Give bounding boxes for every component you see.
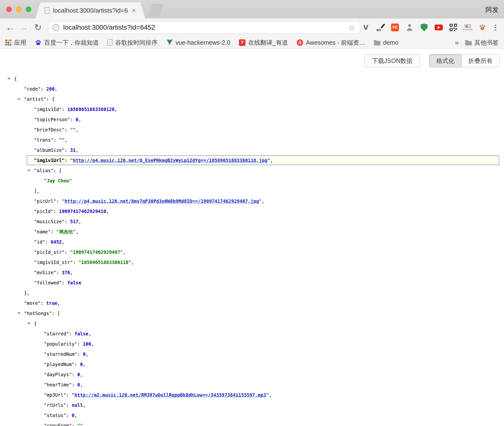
json-token-key: "picUrl" xyxy=(34,198,56,204)
navigation-bar: ← → ↻ i localhost:3000/artists?id=6452 ☆… xyxy=(0,18,504,36)
json-url-link[interactable]: http://m2.music.126.net/RMJR7wDullRqppBk… xyxy=(75,392,266,398)
json-token-colon: : xyxy=(73,260,78,265)
json-token-punct: , xyxy=(57,300,60,306)
site-info-icon[interactable]: i xyxy=(53,24,59,31)
new-tab-button[interactable] xyxy=(148,4,164,17)
json-token-colon: : xyxy=(72,372,77,377)
collapse-all-button[interactable]: 折叠所有 xyxy=(461,54,499,67)
json-token-key: "mp3Url" xyxy=(44,392,66,398)
download-json-button[interactable]: 下载JSON数据 xyxy=(364,54,420,68)
json-token-punct: , xyxy=(78,219,81,224)
collapse-toggle-icon[interactable] xyxy=(7,78,11,80)
json-token-key: "code" xyxy=(24,86,41,92)
json-token-punct: , xyxy=(83,362,85,367)
extension-icons: V en FE PLAYER xyxy=(361,23,500,32)
json-token-key: "hotSongs" xyxy=(24,311,52,316)
translate-extension-icon[interactable]: en xyxy=(376,23,385,32)
address-bar[interactable]: i localhost:3000/artists?id=6452 ☆ xyxy=(48,21,360,34)
collapse-toggle-icon[interactable] xyxy=(27,323,31,325)
profile-name[interactable]: 阿发 xyxy=(486,5,499,14)
json-token-colon: : xyxy=(65,249,70,255)
json-line: "followed": false xyxy=(0,278,504,288)
json-token-colon: : xyxy=(46,96,52,102)
back-button[interactable]: ← xyxy=(4,21,16,34)
forward-button[interactable]: → xyxy=(18,21,30,34)
fullscreen-window-button[interactable] xyxy=(26,7,31,12)
vimium-extension-icon[interactable]: V xyxy=(361,23,370,32)
qrcode-extension-icon[interactable] xyxy=(449,23,458,32)
url-input[interactable]: localhost:3000/artists?id=6452 xyxy=(63,24,344,31)
json-token-num: 0 xyxy=(76,117,78,122)
json-line: "picUrl": "http://p4.music.126.net/8mv7q… xyxy=(0,196,504,206)
reload-button[interactable]: ↻ xyxy=(32,21,44,34)
json-line: }, xyxy=(0,288,504,298)
json-token-num: 0 xyxy=(72,413,74,418)
browser-menu-icon[interactable] xyxy=(493,25,499,31)
json-token-num: 0 xyxy=(77,382,80,387)
folder-icon xyxy=(465,41,472,45)
fe-extension-icon[interactable]: FE xyxy=(391,23,399,32)
json-token-colon: : xyxy=(77,341,83,347)
collapse-toggle-icon[interactable] xyxy=(17,98,21,100)
json-line: { xyxy=(0,74,504,84)
json-token-punct: , xyxy=(76,127,78,132)
json-token-punct: , xyxy=(269,392,272,398)
format-button[interactable]: 格式化 xyxy=(429,54,461,67)
json-line: "picId_str": "19097417462929407", xyxy=(0,247,504,257)
json-line: "topicPerson": 0, xyxy=(0,114,504,125)
json-token-punct: , xyxy=(83,402,85,408)
profile-extension-icon[interactable] xyxy=(405,23,414,32)
json-line: { xyxy=(0,318,504,329)
player-extension-icon[interactable]: PLAYER xyxy=(463,23,472,32)
browser-tab[interactable]: localhost:3000/artists?id=645 × xyxy=(35,2,145,18)
json-token-punct: , xyxy=(115,107,117,112)
paw-extension-icon[interactable] xyxy=(478,23,487,32)
json-token-num: 31 xyxy=(70,147,76,153)
bookmark-vue-hackernews[interactable]: vue-hackernews-2.0 xyxy=(166,39,230,46)
bookmark-label: 在线翻译_有道 xyxy=(248,39,288,47)
other-bookmarks[interactable]: 其他书签 xyxy=(465,39,499,47)
json-line: "albumSize": 31, xyxy=(0,145,504,155)
bookmark-apps[interactable]: 应用 xyxy=(5,39,26,47)
bookmark-label: demo xyxy=(383,39,398,46)
json-url-link[interactable]: http://p4.music.126.net/Q_ExePNkmqB2yWyL… xyxy=(73,158,267,163)
collapse-toggle-icon[interactable] xyxy=(27,170,31,172)
tab-close-icon[interactable]: × xyxy=(132,6,136,15)
json-quote: " xyxy=(62,198,64,204)
json-line: "briefDesc": "", xyxy=(0,125,504,135)
json-line: "name": "周杰伦", xyxy=(0,227,504,237)
json-quote: " xyxy=(259,198,262,204)
shield-extension-icon[interactable] xyxy=(420,23,428,32)
bookmark-star-icon[interactable]: ☆ xyxy=(348,23,355,32)
json-token-key: "img1v1Url" xyxy=(34,158,65,163)
bookmark-google-sort[interactable]: 谷歌按时间排序 xyxy=(108,39,158,47)
bookmark-awesomes[interactable]: A Awesomes - 前端资… xyxy=(297,39,365,47)
collapse-toggle-icon[interactable] xyxy=(17,312,21,315)
json-line: "more": true, xyxy=(0,298,504,308)
json-url-link[interactable]: http://p4.music.126.net/8mv7qP30Pd3oHW8b… xyxy=(65,198,259,204)
bookmark-youdao[interactable]: Y 在线翻译_有道 xyxy=(239,39,288,47)
json-token-num: 18569651883380120 xyxy=(67,107,114,112)
youtube-extension-icon[interactable] xyxy=(434,23,443,32)
bookmarks-right: » 其他书签 xyxy=(455,38,499,47)
json-line: "img1v1Id_str": "18569651883380118", xyxy=(0,257,504,267)
json-token-punct: { xyxy=(14,76,17,81)
json-line: "hotSongs": [ xyxy=(0,308,504,318)
json-line: "artist": { xyxy=(0,94,504,104)
json-token-punct: , xyxy=(76,229,78,234)
paw-icon xyxy=(479,24,486,31)
tab-strip: localhost:3000/artists?id=645 × 阿发 xyxy=(0,0,504,18)
json-token-null: null xyxy=(72,402,83,408)
json-token-punct: { xyxy=(52,96,54,102)
json-token-num: 376 xyxy=(62,270,70,275)
bookmark-baidu[interactable]: 百度一下，你就知道 xyxy=(35,39,99,47)
json-token-colon: : xyxy=(56,270,62,275)
json-line: "popularity": 100, xyxy=(0,339,504,349)
minimize-window-button[interactable] xyxy=(16,7,22,12)
json-token-colon: : xyxy=(65,147,70,153)
bookmark-demo[interactable]: demo xyxy=(374,39,398,46)
close-window-button[interactable] xyxy=(6,7,12,12)
json-token-punct: , xyxy=(106,209,109,214)
bookmarks-overflow-icon[interactable]: » xyxy=(455,38,459,47)
bookmark-label: 谷歌按时间排序 xyxy=(115,39,158,47)
